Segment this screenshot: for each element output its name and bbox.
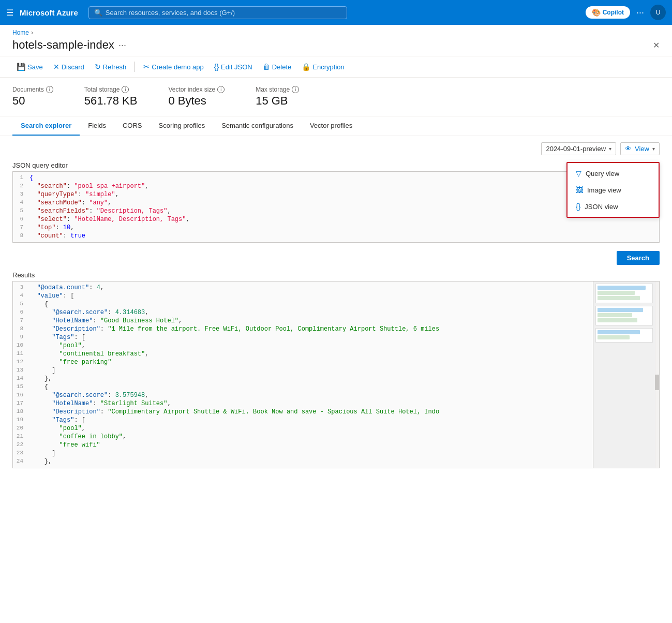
editor-line: 3 "queryType": "simple", <box>13 190 659 199</box>
results-main: 3 "@odata.count": 4, 4 "value": [ 5 { 6 <box>13 281 593 468</box>
stat-vector-index: Vector index size i 0 Bytes <box>168 86 225 108</box>
result-line: 24 }, <box>13 457 593 466</box>
global-search-input[interactable] <box>106 9 341 17</box>
result-line: 17 "HotelName": "Starlight Suites", <box>13 399 593 408</box>
thumb-block-2 <box>595 306 653 325</box>
create-demo-icon: ✂ <box>143 63 150 71</box>
refresh-button[interactable]: ↻ Refresh <box>91 61 131 73</box>
results-content: 3 "@odata.count": 4, 4 "value": [ 5 { 6 <box>13 281 593 468</box>
documents-label: Documents <box>12 86 44 93</box>
global-search[interactable]: 🔍 <box>88 6 347 19</box>
result-line: 18 "Description": "Complimentary Airport… <box>13 408 593 416</box>
results-scrollbar[interactable] <box>655 281 659 468</box>
query-view-option[interactable]: ▽ Query view <box>568 165 659 182</box>
stats-section: Documents i 50 Total storage i 561.78 KB… <box>0 78 672 116</box>
breadcrumb-sep: › <box>31 29 33 36</box>
view-chevron-icon: ▾ <box>652 146 655 152</box>
save-icon: 💾 <box>17 63 25 71</box>
search-button-row: Search <box>12 247 660 269</box>
result-line: 13 ] <box>13 366 593 375</box>
json-view-option[interactable]: {} JSON view <box>568 198 659 215</box>
max-storage-value: 15 GB <box>256 94 299 108</box>
result-line: 7 "HotelName": "Good Business Hotel", <box>13 317 593 325</box>
query-view-label: Query view <box>586 170 619 177</box>
save-button[interactable]: 💾 Save <box>12 61 47 73</box>
editor-line: 5 "searchFields": "Description, Tags", <box>13 207 659 215</box>
editor-line: 2 "search": "pool spa +airport", <box>13 182 659 190</box>
page-title-more-icon[interactable]: ··· <box>118 40 126 51</box>
vector-index-value: 0 Bytes <box>168 94 225 108</box>
tab-scoring-profiles[interactable]: Scoring profiles <box>151 116 214 136</box>
content-topbar: 2024-09-01-preview ▾ 👁 View ▾ ▽ Query vi… <box>12 136 660 159</box>
copilot-label: Copilot <box>603 9 624 16</box>
copilot-button[interactable]: 🎨 Copilot <box>586 6 630 19</box>
edit-json-button[interactable]: {} Edit JSON <box>210 61 257 73</box>
view-label: View <box>635 145 649 153</box>
max-storage-label: Max storage <box>256 86 290 93</box>
result-line: 20 "pool", <box>13 424 593 433</box>
topbar-more-icon[interactable]: ··· <box>636 7 644 18</box>
thumb-block-3 <box>595 328 653 343</box>
create-demo-button[interactable]: ✂ Create demo app <box>139 61 207 73</box>
page-header: hotels-sample-index ··· ✕ <box>0 36 672 56</box>
result-line: 9 "Tags": [ <box>13 333 593 342</box>
refresh-icon: ↻ <box>95 63 101 71</box>
version-dropdown[interactable]: 2024-09-01-preview ▾ <box>541 142 616 155</box>
copilot-icon: 🎨 <box>592 8 601 17</box>
close-button[interactable]: ✕ <box>653 40 660 50</box>
main-container: Home › hotels-sample-index ··· ✕ 💾 Save … <box>0 25 672 623</box>
tab-vector-profiles[interactable]: Vector profiles <box>302 116 361 136</box>
image-view-option[interactable]: 🖼 Image view <box>568 182 659 198</box>
view-eye-icon: 👁 <box>625 145 632 153</box>
page-title-row: hotels-sample-index ··· <box>12 38 126 52</box>
menu-icon[interactable]: ☰ <box>6 8 13 18</box>
editor-line: 7 "top": 10, <box>13 224 659 232</box>
stat-documents: Documents i 50 <box>12 86 53 108</box>
toolbar-separator-1 <box>135 62 135 72</box>
result-line: 5 { <box>13 300 593 308</box>
edit-json-icon: {} <box>214 63 219 71</box>
result-line: 14 }, <box>13 375 593 383</box>
vector-index-info-icon[interactable]: i <box>217 86 225 93</box>
tab-semantic-configurations[interactable]: Semantic configurations <box>213 116 302 136</box>
toolbar: 💾 Save ✕ Discard ↻ Refresh ✂ Create demo… <box>0 56 672 78</box>
result-line: 22 "free wifi" <box>13 441 593 449</box>
result-line: 19 "Tags": [ <box>13 416 593 424</box>
editor-label: JSON query editor <box>12 159 660 171</box>
result-line: 8 "Description": "1 Mile from the airpor… <box>13 325 593 333</box>
json-view-icon: {} <box>576 202 580 211</box>
editor-content[interactable]: 1 { 2 "search": "pool spa +airport", 3 "… <box>13 172 659 242</box>
tab-cors[interactable]: CORS <box>114 116 151 136</box>
tab-fields[interactable]: Fields <box>80 116 114 136</box>
tab-search-explorer[interactable]: Search explorer <box>12 116 80 136</box>
result-line: 21 "coffee in lobby", <box>13 433 593 441</box>
result-line: 11 "continental breakfast", <box>13 350 593 358</box>
results-container: 3 "@odata.count": 4, 4 "value": [ 5 { 6 <box>12 281 660 468</box>
image-view-icon: 🖼 <box>576 186 583 194</box>
documents-value: 50 <box>12 94 53 108</box>
breadcrumb-home[interactable]: Home <box>12 29 29 36</box>
results-label: Results <box>12 269 660 281</box>
max-storage-info-icon[interactable]: i <box>292 86 299 93</box>
discard-button[interactable]: ✕ Discard <box>49 61 88 73</box>
stat-max-storage: Max storage i 15 GB <box>256 86 299 108</box>
scrollbar-thumb[interactable] <box>655 375 659 390</box>
encryption-button[interactable]: 🔒 Encryption <box>297 61 348 73</box>
result-line: 16 "@search.score": 3.575948, <box>13 391 593 399</box>
query-view-icon: ▽ <box>576 169 581 177</box>
total-storage-info-icon[interactable]: i <box>122 86 129 93</box>
result-line: 10 "pool", <box>13 342 593 350</box>
search-button[interactable]: Search <box>617 251 660 265</box>
editor-container[interactable]: 1 { 2 "search": "pool spa +airport", 3 "… <box>12 171 660 243</box>
content-area: 2024-09-01-preview ▾ 👁 View ▾ ▽ Query vi… <box>0 136 672 468</box>
editor-line: 8 "count": true <box>13 232 659 240</box>
breadcrumb: Home › <box>0 25 672 36</box>
delete-icon: 🗑 <box>263 63 270 71</box>
avatar[interactable]: U <box>650 5 666 20</box>
delete-button[interactable]: 🗑 Delete <box>259 61 296 73</box>
documents-info-icon[interactable]: i <box>46 86 53 93</box>
view-dropdown[interactable]: 👁 View ▾ <box>620 142 660 155</box>
page-title: hotels-sample-index <box>12 38 114 52</box>
editor-line: 1 { <box>13 174 659 182</box>
json-query-editor: JSON query editor 1 { 2 "search": "pool … <box>12 159 660 243</box>
